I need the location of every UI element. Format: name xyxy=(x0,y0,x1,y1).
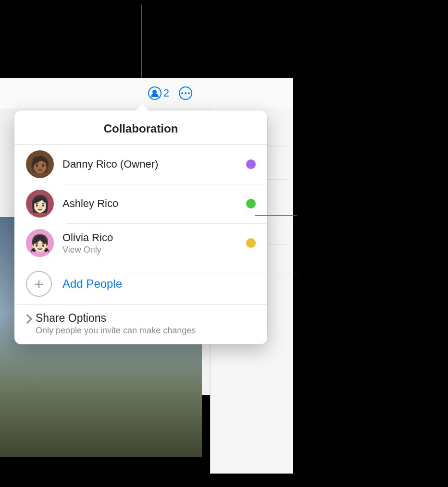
presence-dot-icon xyxy=(246,199,256,208)
more-button[interactable] xyxy=(179,86,192,100)
share-options-subtitle: Only people you invite can make changes xyxy=(36,326,196,336)
toolbar: 2 xyxy=(0,78,293,109)
person-icon xyxy=(148,86,162,100)
add-people-button[interactable]: + Add People xyxy=(14,263,267,304)
collaborator-count: 2 xyxy=(163,87,169,99)
collaboration-popover: Collaboration 🧑🏾Danny Rico (Owner)👩🏻Ashl… xyxy=(14,110,267,344)
participant-row[interactable]: 🧑🏾Danny Rico (Owner) xyxy=(14,145,267,184)
participant-name: Danny Rico (Owner) xyxy=(62,158,237,170)
participant-name: Ashley Rico xyxy=(62,197,237,210)
participant-info: Ashley Rico xyxy=(62,197,237,210)
avatar: 👧🏻 xyxy=(26,229,54,257)
participant-name: Olivia Rico xyxy=(62,231,237,244)
participant-row[interactable]: 👩🏻Ashley Rico xyxy=(14,184,267,223)
collaborate-button[interactable]: 2 xyxy=(148,86,169,100)
presence-dot-icon xyxy=(246,238,256,248)
share-options-button[interactable]: Share Options Only people you invite can… xyxy=(14,304,267,344)
avatar: 👩🏻 xyxy=(26,190,54,218)
callout-line xyxy=(255,215,297,216)
callout-line xyxy=(141,5,142,78)
chevron-right-icon xyxy=(23,314,32,324)
share-options-title: Share Options xyxy=(36,312,196,325)
app-window: 2 S ce um ou Collaboration 🧑🏾Danny Rico … xyxy=(0,78,293,395)
popover-title: Collaboration xyxy=(14,110,267,144)
participant-info: Danny Rico (Owner) xyxy=(62,158,237,170)
ellipsis-icon xyxy=(179,86,192,100)
plus-icon: + xyxy=(26,271,52,297)
avatar: 🧑🏾 xyxy=(26,150,54,178)
participant-info: Olivia RicoView Only xyxy=(62,231,237,255)
participant-permission: View Only xyxy=(62,245,237,255)
callout-line xyxy=(32,368,32,423)
presence-dot-icon xyxy=(246,159,256,169)
participant-row[interactable]: 👧🏻Olivia RicoView Only xyxy=(14,223,267,263)
callout-line xyxy=(105,273,297,273)
add-people-label: Add People xyxy=(62,277,122,291)
